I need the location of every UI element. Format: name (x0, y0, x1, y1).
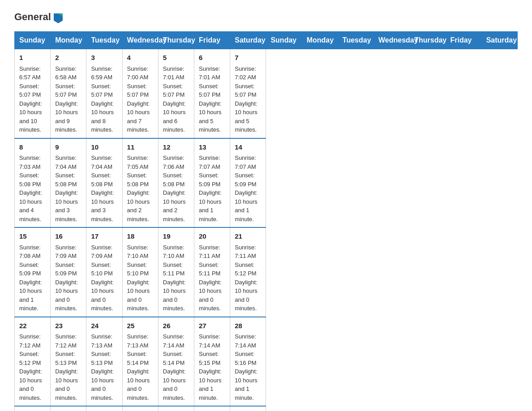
header-row: SundayMondayTuesdayWednesdayThursdayFrid… (15, 32, 518, 49)
day-cell: 28Sunrise: 7:14 AM Sunset: 5:16 PM Dayli… (230, 317, 266, 407)
header-cell-wednesday: Wednesday (122, 32, 158, 49)
day-cell: 13Sunrise: 7:07 AM Sunset: 5:09 PM Dayli… (194, 138, 230, 228)
day-info: Sunrise: 7:13 AM Sunset: 5:14 PM Dayligh… (127, 332, 154, 402)
day-cell: 15Sunrise: 7:08 AM Sunset: 5:09 PM Dayli… (15, 227, 51, 317)
day-number: 9 (55, 142, 82, 153)
day-number: 2 (55, 53, 82, 63)
day-cell: 16Sunrise: 7:09 AM Sunset: 5:09 PM Dayli… (51, 227, 86, 317)
header-cell-monday: Monday (302, 32, 338, 49)
day-cell: 26Sunrise: 7:14 AM Sunset: 5:14 PM Dayli… (158, 317, 194, 407)
day-cell: 25Sunrise: 7:13 AM Sunset: 5:14 PM Dayli… (122, 317, 158, 407)
day-info: Sunrise: 7:11 AM Sunset: 5:12 PM Dayligh… (235, 243, 261, 313)
day-info: Sunrise: 7:07 AM Sunset: 5:09 PM Dayligh… (199, 154, 225, 223)
day-number: 6 (199, 53, 225, 63)
day-number: 16 (55, 231, 82, 242)
day-number: 14 (235, 142, 261, 153)
day-info: Sunrise: 7:04 AM Sunset: 5:08 PM Dayligh… (55, 154, 82, 223)
calendar-table: SundayMondayTuesdayWednesdayThursdayFrid… (14, 31, 518, 411)
day-cell: 14Sunrise: 7:07 AM Sunset: 5:09 PM Dayli… (230, 138, 266, 228)
day-number: 10 (91, 142, 117, 153)
day-number: 27 (199, 321, 225, 331)
page-header: General (14, 11, 518, 23)
day-cell: 21Sunrise: 7:11 AM Sunset: 5:12 PM Dayli… (230, 227, 266, 317)
day-number: 11 (127, 142, 154, 153)
day-info: Sunrise: 6:59 AM Sunset: 5:07 PM Dayligh… (91, 64, 117, 134)
day-cell: 8Sunrise: 7:03 AM Sunset: 5:08 PM Daylig… (15, 138, 51, 228)
logo-icon (52, 11, 64, 23)
day-cell: 20Sunrise: 7:11 AM Sunset: 5:11 PM Dayli… (194, 227, 230, 317)
day-info: Sunrise: 7:09 AM Sunset: 5:09 PM Dayligh… (55, 243, 82, 313)
day-cell: 23Sunrise: 7:12 AM Sunset: 5:13 PM Dayli… (51, 317, 86, 407)
day-number: 4 (127, 53, 154, 63)
day-info: Sunrise: 7:09 AM Sunset: 5:10 PM Dayligh… (91, 243, 117, 313)
day-number: 1 (19, 53, 46, 63)
day-cell: 22Sunrise: 7:12 AM Sunset: 5:12 PM Dayli… (15, 317, 51, 407)
day-number: 7 (235, 53, 261, 63)
day-cell: 18Sunrise: 7:10 AM Sunset: 5:10 PM Dayli… (122, 227, 158, 317)
day-cell: 10Sunrise: 7:04 AM Sunset: 5:08 PM Dayli… (86, 138, 122, 228)
header-cell-sunday: Sunday (266, 32, 302, 49)
day-cell: 6Sunrise: 7:01 AM Sunset: 5:07 PM Daylig… (194, 49, 230, 138)
day-info: Sunrise: 6:58 AM Sunset: 5:07 PM Dayligh… (55, 64, 82, 134)
day-cell: 30Sunrise: 7:15 AM Sunset: 5:17 PM Dayli… (51, 406, 86, 411)
day-number: 13 (199, 142, 225, 153)
day-cell: 4Sunrise: 7:00 AM Sunset: 5:07 PM Daylig… (122, 49, 158, 138)
day-info: Sunrise: 7:07 AM Sunset: 5:09 PM Dayligh… (235, 154, 261, 223)
header-cell-saturday: Saturday (230, 32, 266, 49)
day-number: 3 (91, 53, 117, 63)
day-number: 21 (235, 231, 261, 242)
header-cell-monday: Monday (51, 32, 86, 49)
header-cell-friday: Friday (446, 32, 481, 49)
day-cell: 27Sunrise: 7:14 AM Sunset: 5:15 PM Dayli… (194, 317, 230, 407)
day-cell: 19Sunrise: 7:10 AM Sunset: 5:11 PM Dayli… (158, 227, 194, 317)
header-cell-tuesday: Tuesday (86, 32, 122, 49)
day-info: Sunrise: 7:14 AM Sunset: 5:16 PM Dayligh… (235, 332, 261, 402)
header-cell-saturday: Saturday (481, 32, 517, 49)
day-info: Sunrise: 7:04 AM Sunset: 5:08 PM Dayligh… (91, 154, 117, 223)
day-info: Sunrise: 7:06 AM Sunset: 5:08 PM Dayligh… (163, 154, 189, 223)
day-info: Sunrise: 7:14 AM Sunset: 5:15 PM Dayligh… (199, 332, 225, 402)
day-cell: 17Sunrise: 7:09 AM Sunset: 5:10 PM Dayli… (86, 227, 122, 317)
logo-text: General (14, 12, 51, 22)
week-row-3: 15Sunrise: 7:08 AM Sunset: 5:09 PM Dayli… (15, 227, 518, 317)
day-number: 17 (91, 231, 117, 242)
day-info: Sunrise: 7:13 AM Sunset: 5:13 PM Dayligh… (91, 332, 117, 402)
day-info: Sunrise: 7:00 AM Sunset: 5:07 PM Dayligh… (127, 64, 154, 134)
day-number: 18 (127, 231, 154, 242)
day-cell: 1Sunrise: 6:57 AM Sunset: 5:07 PM Daylig… (15, 49, 51, 138)
day-cell: 5Sunrise: 7:01 AM Sunset: 5:07 PM Daylig… (158, 49, 194, 138)
day-info: Sunrise: 7:01 AM Sunset: 5:07 PM Dayligh… (199, 64, 225, 134)
day-cell (230, 406, 266, 411)
header-cell-thursday: Thursday (158, 32, 194, 49)
day-info: Sunrise: 7:11 AM Sunset: 5:11 PM Dayligh… (199, 243, 225, 313)
header-cell-thursday: Thursday (410, 32, 446, 49)
day-number: 5 (163, 53, 189, 63)
day-number: 26 (163, 321, 189, 331)
day-info: Sunrise: 7:05 AM Sunset: 5:08 PM Dayligh… (127, 154, 154, 223)
header-cell-sunday: Sunday (15, 32, 51, 49)
day-info: Sunrise: 7:01 AM Sunset: 5:07 PM Dayligh… (163, 64, 189, 134)
day-cell (122, 406, 158, 411)
day-number: 24 (91, 321, 117, 331)
day-number: 28 (235, 321, 261, 331)
week-row-2: 8Sunrise: 7:03 AM Sunset: 5:08 PM Daylig… (15, 138, 518, 228)
day-cell: 7Sunrise: 7:02 AM Sunset: 5:07 PM Daylig… (230, 49, 266, 138)
week-row-1: 1Sunrise: 6:57 AM Sunset: 5:07 PM Daylig… (15, 49, 518, 138)
week-row-5: 29Sunrise: 7:15 AM Sunset: 5:16 PM Dayli… (15, 406, 518, 411)
day-number: 8 (19, 142, 46, 153)
day-number: 22 (19, 321, 46, 331)
day-cell: 29Sunrise: 7:15 AM Sunset: 5:16 PM Dayli… (15, 406, 51, 411)
day-number: 15 (19, 231, 46, 242)
day-number: 25 (127, 321, 154, 331)
day-number: 23 (55, 321, 82, 331)
header-cell-tuesday: Tuesday (338, 32, 373, 49)
day-cell (194, 406, 230, 411)
day-info: Sunrise: 7:12 AM Sunset: 5:12 PM Dayligh… (19, 332, 46, 402)
day-cell: 11Sunrise: 7:05 AM Sunset: 5:08 PM Dayli… (122, 138, 158, 228)
day-cell: 12Sunrise: 7:06 AM Sunset: 5:08 PM Dayli… (158, 138, 194, 228)
header-cell-wednesday: Wednesday (374, 32, 410, 49)
day-info: Sunrise: 7:10 AM Sunset: 5:11 PM Dayligh… (163, 243, 189, 313)
day-info: Sunrise: 7:12 AM Sunset: 5:13 PM Dayligh… (55, 332, 82, 402)
week-row-4: 22Sunrise: 7:12 AM Sunset: 5:12 PM Dayli… (15, 317, 518, 407)
day-info: Sunrise: 7:14 AM Sunset: 5:14 PM Dayligh… (163, 332, 189, 402)
